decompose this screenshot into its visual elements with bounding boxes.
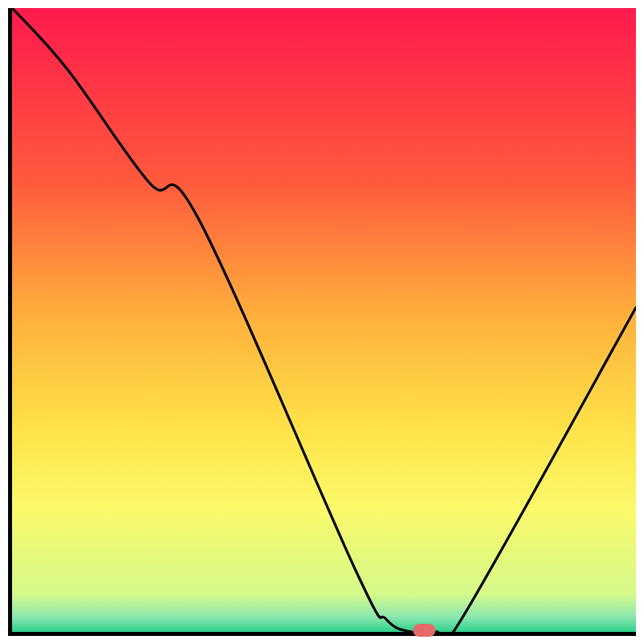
plot-area [8,8,636,636]
chart-container: TheBottleneck.com [0,0,644,644]
optimal-marker [413,624,436,637]
curve-line [12,8,636,632]
